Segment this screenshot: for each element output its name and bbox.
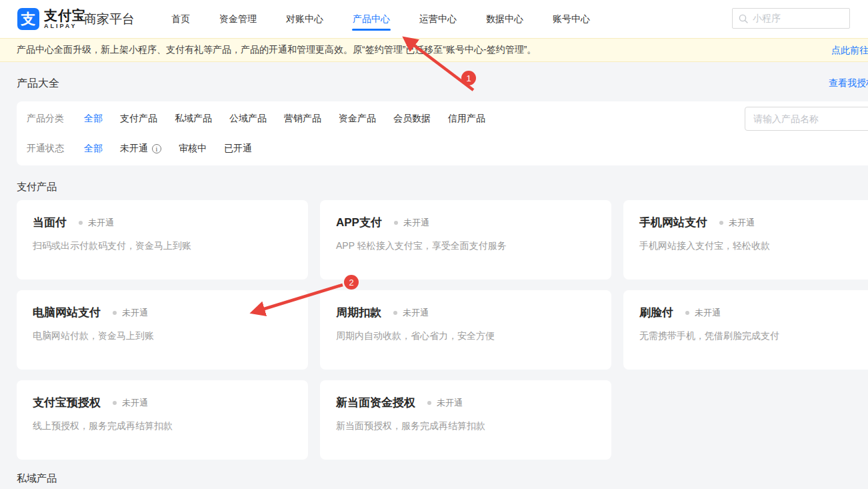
product-name: 手机网站支付 bbox=[639, 215, 707, 230]
status-option-opened[interactable]: 已开通 bbox=[224, 143, 252, 155]
status-badge: 未开通 bbox=[427, 397, 463, 409]
status-option-not-opened[interactable]: 未开通 bbox=[120, 143, 161, 155]
product-card-pc-web-pay[interactable]: 电脑网站支付 未开通 电脑网站付款，资金马上到账 bbox=[17, 290, 308, 370]
notice-link[interactable]: 点此前往签约管理 bbox=[831, 45, 868, 57]
product-name: 支付宝预授权 bbox=[33, 395, 101, 410]
product-desc: 电脑网站付款，资金马上到账 bbox=[33, 330, 292, 342]
status-badge: 未开通 bbox=[685, 307, 721, 319]
product-desc: 无需携带手机，凭借刷脸完成支付 bbox=[639, 330, 868, 342]
upgrade-notice-banner: 产品中心全面升级，新上架小程序、支付有礼等产品，产品的开通和管理更高效。原“签约… bbox=[0, 38, 868, 62]
status-badge: 未开通 bbox=[394, 217, 429, 229]
header-search-box[interactable]: 小程序 bbox=[732, 8, 850, 29]
product-card-new-f2f-fund-auth[interactable]: 新当面资金授权 未开通 新当面预授权，服务完成再结算扣款 bbox=[320, 380, 611, 460]
product-desc: 扫码或出示付款码支付，资金马上到账 bbox=[33, 240, 292, 252]
product-desc: APP 轻松接入支付宝，享受全面支付服务 bbox=[336, 240, 595, 252]
status-filter-label: 开通状态 bbox=[27, 143, 64, 155]
category-filter-row: 产品分类 全部 支付产品 私域产品 公域产品 营销产品 资金产品 会员数据 信用… bbox=[27, 113, 503, 125]
product-desc: 新当面预授权，服务完成再结算扣款 bbox=[336, 420, 595, 432]
product-name: 电脑网站支付 bbox=[33, 305, 101, 320]
product-name: APP支付 bbox=[336, 215, 382, 230]
section-title-payment-products: 支付产品 bbox=[17, 181, 57, 193]
status-option-not-opened-label: 未开通 bbox=[120, 143, 148, 155]
status-option-in-review[interactable]: 审核中 bbox=[179, 143, 207, 155]
status-dot-icon bbox=[113, 311, 117, 315]
alipay-merchant-product-center-page: 支 支付宝 ALIPAY 商家平台 首页 资金管理 对账中心 产品中心 运营中心… bbox=[0, 0, 868, 489]
product-name: 刷脸付 bbox=[639, 305, 673, 320]
nav-item-account-center[interactable]: 账号中心 bbox=[552, 0, 591, 38]
header-search-placeholder: 小程序 bbox=[753, 13, 781, 25]
product-card-grid: 当面付 未开通 扫码或出示付款码支付，资金马上到账 APP支付 未开通 APP bbox=[17, 200, 868, 460]
section-title-private-products: 私域产品 bbox=[17, 472, 57, 485]
category-option-marketing[interactable]: 营销产品 bbox=[284, 113, 321, 125]
nav-item-reconciliation[interactable]: 对账中心 bbox=[285, 0, 324, 38]
status-badge: 未开通 bbox=[79, 217, 114, 229]
notice-text: 产品中心全面升级，新上架小程序、支付有礼等产品，产品的开通和管理更高效。原“签约… bbox=[17, 44, 536, 56]
product-card-wap-pay[interactable]: 手机网站支付 未开通 手机网站接入支付宝，轻松收款 bbox=[623, 200, 868, 280]
nav-item-operations[interactable]: 运营中心 bbox=[419, 0, 457, 38]
product-desc: 周期内自动收款，省心省力，安全方便 bbox=[336, 330, 595, 342]
product-name: 当面付 bbox=[33, 215, 67, 230]
product-name: 周期扣款 bbox=[336, 305, 381, 320]
info-icon[interactable] bbox=[152, 144, 161, 153]
status-badge: 未开通 bbox=[113, 397, 148, 409]
status-badge: 未开通 bbox=[719, 217, 755, 229]
category-option-payment[interactable]: 支付产品 bbox=[120, 113, 157, 125]
status-badge: 未开通 bbox=[393, 307, 429, 319]
status-dot-icon bbox=[79, 221, 83, 225]
status-badge: 未开通 bbox=[113, 307, 148, 319]
category-option-all[interactable]: 全部 bbox=[84, 113, 103, 125]
status-dot-icon bbox=[113, 401, 117, 405]
status-dot-icon bbox=[393, 311, 397, 315]
product-name: 新当面资金授权 bbox=[336, 395, 415, 410]
top-header: 支 支付宝 ALIPAY 商家平台 首页 资金管理 对账中心 产品中心 运营中心… bbox=[0, 0, 868, 38]
brand-name-en: ALIPAY bbox=[44, 23, 86, 29]
brand-name: 支付宝 bbox=[44, 9, 86, 23]
nav-item-home[interactable]: 首页 bbox=[171, 0, 191, 38]
status-dot-icon bbox=[719, 221, 723, 225]
category-option-credit[interactable]: 信用产品 bbox=[448, 113, 485, 125]
product-card-face-pay[interactable]: 刷脸付 未开通 无需携带手机，凭借刷脸完成支付 bbox=[623, 290, 868, 370]
status-option-all[interactable]: 全部 bbox=[84, 143, 103, 155]
category-option-member-data[interactable]: 会员数据 bbox=[393, 113, 431, 125]
category-option-public[interactable]: 公域产品 bbox=[229, 113, 267, 125]
product-desc: 手机网站接入支付宝，轻松收款 bbox=[639, 240, 868, 252]
product-card-app-pay[interactable]: APP支付 未开通 APP 轻松接入支付宝，享受全面支付服务 bbox=[320, 200, 611, 280]
alipay-logo-text: 支付宝 ALIPAY bbox=[44, 9, 86, 29]
alipay-logo[interactable]: 支 支付宝 ALIPAY bbox=[17, 8, 86, 30]
content-area: 产品大全 查看我授权 产品分类 全部 支付产品 私域产品 公域产品 营销产品 资… bbox=[0, 62, 868, 489]
product-card-recurring-debit[interactable]: 周期扣款 未开通 周期内自动收款，省心省力，安全方便 bbox=[320, 290, 611, 370]
platform-title: 商家平台 bbox=[84, 11, 135, 28]
category-option-funds[interactable]: 资金产品 bbox=[339, 113, 376, 125]
product-desc: 线上预授权，服务完成再结算扣款 bbox=[33, 420, 292, 432]
search-icon bbox=[739, 14, 748, 23]
alipay-logo-icon: 支 bbox=[17, 8, 39, 30]
category-filter-label: 产品分类 bbox=[27, 113, 64, 125]
status-filter-row: 开通状态 全部 未开通 审核中 已开通 bbox=[27, 143, 269, 155]
nav-item-product-center[interactable]: 产品中心 bbox=[352, 0, 391, 38]
page-title: 产品大全 bbox=[17, 77, 59, 91]
nav-item-data-center[interactable]: 数据中心 bbox=[485, 0, 524, 38]
status-dot-icon bbox=[394, 221, 398, 225]
product-card-pre-auth[interactable]: 支付宝预授权 未开通 线上预授权，服务完成再结算扣款 bbox=[17, 380, 308, 460]
main-nav: 首页 资金管理 对账中心 产品中心 运营中心 数据中心 账号中心 bbox=[171, 0, 591, 38]
category-option-private[interactable]: 私域产品 bbox=[175, 113, 212, 125]
nav-item-funds[interactable]: 资金管理 bbox=[219, 0, 257, 38]
view-authorized-link[interactable]: 查看我授权 bbox=[829, 77, 868, 89]
status-dot-icon bbox=[427, 401, 431, 405]
status-dot-icon bbox=[685, 311, 689, 315]
filter-panel: 产品分类 全部 支付产品 私域产品 公域产品 营销产品 资金产品 会员数据 信用… bbox=[17, 101, 868, 165]
product-card-face-to-face[interactable]: 当面付 未开通 扫码或出示付款码支付，资金马上到账 bbox=[17, 200, 308, 280]
product-name-search-input[interactable] bbox=[745, 107, 868, 131]
